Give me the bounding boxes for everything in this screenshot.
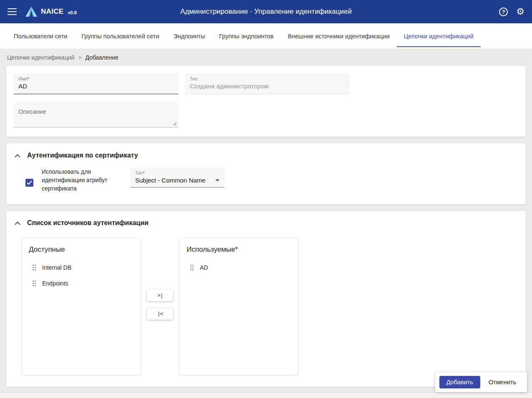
- general-fields-card: Имя* AD Тип Создана администратором Опис…: [6, 66, 526, 137]
- form-action-bar: Добавить Отменить: [435, 372, 527, 392]
- brand: NAICE v0.8: [25, 6, 77, 17]
- move-buttons: >| |<: [141, 290, 179, 320]
- list-item-label: Endpoints: [42, 280, 68, 287]
- tab-identity-chains[interactable]: Цепочки идентификаций: [397, 23, 481, 49]
- move-all-right-button[interactable]: >|: [147, 290, 173, 301]
- required-asterisk: *: [27, 76, 29, 81]
- tab-network-user-groups[interactable]: Группы пользователей сети: [74, 23, 166, 49]
- certificate-attribute-type-select[interactable]: Тип* Subject - Common Name: [130, 168, 224, 188]
- drag-handle-icon[interactable]: [32, 280, 36, 287]
- required-asterisk: *: [143, 170, 144, 175]
- cancel-button[interactable]: Отменить: [484, 376, 521, 388]
- type-field-label: Тип: [190, 76, 345, 81]
- chevron-down-icon: [215, 179, 219, 182]
- use-certificate-attribute-label[interactable]: Использовать для идентификации атрибут с…: [42, 168, 113, 193]
- chevron-up-icon[interactable]: [15, 221, 20, 225]
- tab-endpoints[interactable]: Эндпоинты: [166, 23, 212, 49]
- chevron-up-icon[interactable]: [15, 154, 20, 158]
- drag-handle-icon[interactable]: [190, 264, 194, 271]
- use-certificate-attribute-checkbox[interactable]: [25, 179, 33, 187]
- name-field-label: Имя*: [18, 76, 173, 81]
- drag-handle-icon[interactable]: [32, 264, 36, 271]
- naice-logo-icon: [25, 6, 38, 17]
- breadcrumb-separator: >: [78, 54, 81, 61]
- available-panel-title: Доступные: [29, 245, 134, 254]
- certificate-section-title: Аутентификация по сертификату: [27, 152, 138, 159]
- app-bar: NAICE v0.8 Администрирование · Управлени…: [0, 0, 532, 23]
- description-field-label: Описание: [18, 108, 173, 115]
- add-button[interactable]: Добавить: [439, 376, 480, 388]
- gear-icon[interactable]: ⚙: [516, 7, 524, 16]
- sources-section-title: Список источников аутентификации: [27, 219, 149, 227]
- resize-handle-icon[interactable]: [173, 122, 177, 126]
- list-item[interactable]: AD: [187, 260, 291, 275]
- checkmark-icon: [27, 180, 32, 185]
- tab-external-identity-sources[interactable]: Внешние источники идентификации: [281, 23, 397, 49]
- help-icon[interactable]: ?: [499, 8, 508, 16]
- list-item-label: Internal DB: [42, 264, 71, 271]
- list-item[interactable]: Internal DB: [29, 260, 134, 275]
- breadcrumb: Цепочки идентификаций > Добавление: [0, 49, 532, 65]
- name-field-value: AD: [18, 83, 173, 90]
- brand-name: NAICE: [41, 8, 63, 16]
- name-field[interactable]: Имя* AD: [13, 73, 178, 94]
- type-field-value: Создана администратором: [190, 83, 345, 90]
- page-title: Администрирование · Управление идентифик…: [180, 8, 352, 16]
- breadcrumb-parent[interactable]: Цепочки идентификаций: [7, 54, 74, 61]
- tab-endpoint-groups[interactable]: Группы эндпоинтов: [212, 23, 280, 49]
- used-panel-title: Используемые*: [187, 245, 291, 254]
- list-item-label: AD: [200, 264, 208, 271]
- tab-network-users[interactable]: Пользователи сети: [7, 23, 74, 49]
- brand-version: v0.8: [68, 10, 76, 15]
- used-sources-panel: Используемые* AD: [179, 238, 298, 375]
- main-content: Имя* AD Тип Создана администратором Опис…: [0, 65, 532, 387]
- type-field: Тип Создана администратором: [185, 73, 350, 94]
- hamburger-menu-icon[interactable]: [8, 8, 17, 15]
- list-item[interactable]: Endpoints: [29, 275, 134, 291]
- page-bottom-strip: [0, 392, 532, 398]
- breadcrumb-current: Добавление: [85, 54, 118, 61]
- description-field[interactable]: Описание: [13, 103, 178, 128]
- move-all-left-button[interactable]: |<: [147, 308, 173, 320]
- tab-bar: Пользователи сети Группы пользователей с…: [0, 23, 532, 49]
- certificate-type-select-value: Subject - Common Name: [135, 177, 205, 184]
- auth-sources-card: Список источников аутентификации Доступн…: [6, 211, 526, 387]
- appbar-actions: ? ⚙: [499, 7, 524, 16]
- certificate-auth-card: Аутентификация по сертификату Использова…: [6, 143, 526, 204]
- available-sources-panel: Доступные Internal DB Endpoints: [22, 238, 141, 375]
- certificate-type-select-label: Тип*: [135, 170, 205, 175]
